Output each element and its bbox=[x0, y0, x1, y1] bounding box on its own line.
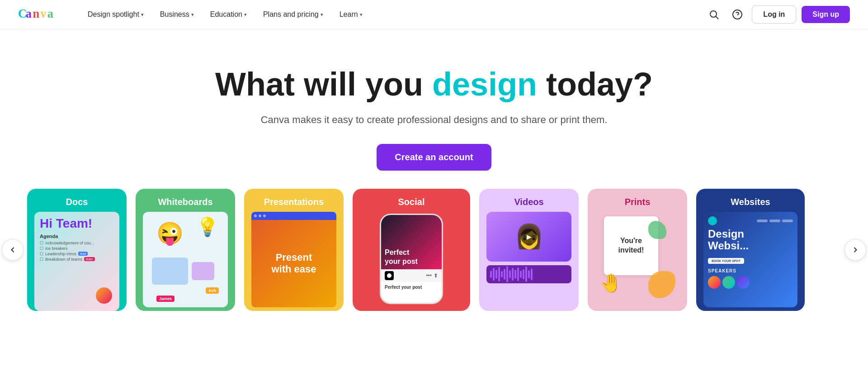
card-presentations[interactable]: Presentations Present with ease bbox=[244, 189, 344, 311]
web-hero-text: Design Websi... bbox=[708, 228, 793, 252]
wave-bar bbox=[498, 267, 500, 282]
web-nav-item bbox=[782, 220, 793, 222]
nav-item-design-spotlight[interactable]: Design spotlight ▾ bbox=[80, 7, 151, 22]
hero-subtitle: Canva makes it easy to create profession… bbox=[18, 114, 850, 126]
video-waveform bbox=[486, 265, 571, 283]
card-docs[interactable]: Docs Hi Team! Agenda Acknowledgement of … bbox=[27, 189, 127, 311]
nav-item-business[interactable]: Business ▾ bbox=[153, 7, 201, 22]
social-caption: Perfect your post bbox=[385, 248, 418, 265]
card-websites-content: Design Websi... BOOK YOUR SPOT SPEAKERS bbox=[696, 212, 805, 311]
docs-item-4: Breakdown of teams team bbox=[40, 257, 114, 262]
card-videos[interactable]: Videos 👩 ▶ bbox=[479, 189, 579, 311]
chevron-down-icon: ▾ bbox=[321, 12, 323, 18]
prints-invited-text: You're invited! bbox=[609, 236, 653, 255]
prints-blob-2 bbox=[648, 221, 666, 239]
social-toolbar: •••⬆ bbox=[381, 269, 442, 282]
wave-bar bbox=[517, 267, 519, 281]
hero-title: What will you design today? bbox=[18, 66, 850, 103]
web-avatars bbox=[708, 276, 793, 289]
wave-bar bbox=[504, 269, 505, 280]
wave-bar bbox=[506, 266, 508, 282]
wb-rect-1 bbox=[152, 258, 188, 285]
whiteboard-bulb: 💡 bbox=[196, 216, 219, 238]
prints-hand-icon: 🤚 bbox=[599, 272, 622, 294]
card-social-label: Social bbox=[353, 189, 470, 212]
wave-bar bbox=[512, 268, 514, 281]
docs-item-2: Ice breakers bbox=[40, 246, 114, 251]
docs-agenda-label: Agenda bbox=[40, 234, 114, 239]
social-logo bbox=[385, 271, 394, 280]
social-icons: •••⬆ bbox=[426, 272, 438, 279]
wave-bar bbox=[509, 270, 511, 278]
video-play-button: ▶ bbox=[521, 229, 537, 245]
card-videos-content: 👩 ▶ bbox=[479, 212, 579, 311]
logo[interactable]: C a n v a bbox=[18, 5, 59, 24]
svg-text:a: a bbox=[47, 7, 53, 20]
web-avatar-3 bbox=[737, 276, 750, 289]
social-phone-bg: Perfect your post bbox=[381, 215, 442, 269]
wave-bar bbox=[531, 268, 533, 280]
card-websites-label: Websites bbox=[696, 189, 805, 212]
create-account-button[interactable]: Create an account bbox=[377, 144, 491, 171]
nav-actions: Log in Sign up bbox=[705, 5, 850, 24]
card-presentations-label: Presentations bbox=[244, 189, 344, 212]
card-whiteboards[interactable]: Whiteboards 😜 💡 Ash James bbox=[136, 189, 235, 311]
wave-bar bbox=[520, 271, 522, 278]
nav-item-education[interactable]: Education ▾ bbox=[203, 7, 254, 22]
web-avatar-1 bbox=[708, 276, 721, 289]
web-speakers-label: SPEAKERS bbox=[708, 268, 793, 273]
card-websites[interactable]: Websites Design Websi... bbox=[696, 189, 805, 311]
navbar: C a n v a Design spotlight ▾ Business ▾ … bbox=[0, 0, 868, 29]
wave-bar bbox=[528, 270, 530, 278]
nav-item-learn[interactable]: Learn ▾ bbox=[332, 7, 370, 22]
svg-point-5 bbox=[710, 11, 717, 17]
signup-button[interactable]: Sign up bbox=[802, 6, 850, 23]
carousel-next-button[interactable] bbox=[844, 239, 866, 261]
login-button[interactable]: Log in bbox=[752, 5, 796, 24]
svg-point-9 bbox=[387, 273, 392, 278]
card-docs-content: Hi Team! Agenda Acknowledgement of cou..… bbox=[27, 212, 127, 311]
nav-menu: Design spotlight ▾ Business ▾ Education … bbox=[80, 7, 705, 22]
carousel-prev-button[interactable] bbox=[2, 239, 24, 261]
svg-text:n: n bbox=[33, 7, 39, 20]
pres-dot-2 bbox=[259, 215, 261, 217]
svg-text:v: v bbox=[40, 7, 47, 20]
hero-section: What will you design today? Canva makes … bbox=[0, 29, 868, 189]
wave-bar bbox=[514, 270, 516, 279]
search-button[interactable] bbox=[705, 5, 723, 24]
prints-inner: You're invited! 🤚 bbox=[595, 212, 680, 307]
card-presentations-content: Present with ease bbox=[244, 212, 344, 311]
web-nav-item bbox=[757, 220, 768, 222]
social-phone-caption: Perfect your post bbox=[385, 285, 438, 290]
docs-item-1: Acknowledgement of cou... bbox=[40, 241, 114, 245]
prints-blob-1 bbox=[648, 271, 675, 298]
cards-wrapper: Docs Hi Team! Agenda Acknowledgement of … bbox=[0, 189, 868, 311]
card-docs-label: Docs bbox=[27, 189, 127, 212]
whiteboard-emoji: 😜 bbox=[156, 221, 184, 246]
chevron-down-icon: ▾ bbox=[360, 12, 363, 18]
wave-bar bbox=[493, 268, 495, 281]
card-social[interactable]: Social Perfect your post bbox=[353, 189, 470, 311]
nav-item-plans-pricing[interactable]: Plans and pricing ▾ bbox=[256, 7, 330, 22]
web-inner: Design Websi... BOOK YOUR SPOT SPEAKERS bbox=[703, 212, 797, 307]
web-nav bbox=[757, 220, 793, 222]
pres-dot-3 bbox=[263, 215, 266, 217]
help-button[interactable] bbox=[728, 5, 746, 24]
web-cta-button: BOOK YOUR SPOT bbox=[708, 258, 744, 264]
docs-greeting: Hi Team! bbox=[40, 217, 114, 230]
card-videos-label: Videos bbox=[479, 189, 579, 212]
card-social-content: Perfect your post •••⬆ bbox=[353, 212, 470, 311]
wb-name-james: James bbox=[156, 296, 175, 302]
social-bottom: Perfect your post bbox=[381, 282, 442, 292]
card-prints-label: Prints bbox=[588, 189, 687, 212]
wave-bar bbox=[495, 270, 497, 279]
cards-section: Docs Hi Team! Agenda Acknowledgement of … bbox=[0, 189, 868, 311]
pres-dot-1 bbox=[254, 215, 257, 217]
web-avatar-2 bbox=[722, 276, 735, 289]
wave-bar bbox=[490, 271, 492, 278]
social-phone: Perfect your post •••⬆ bbox=[380, 214, 443, 304]
wave-bar bbox=[525, 267, 527, 282]
svg-line-6 bbox=[716, 17, 719, 19]
card-prints[interactable]: Prints You're invited! 🤚 bbox=[588, 189, 687, 311]
svg-text:a: a bbox=[26, 7, 32, 20]
